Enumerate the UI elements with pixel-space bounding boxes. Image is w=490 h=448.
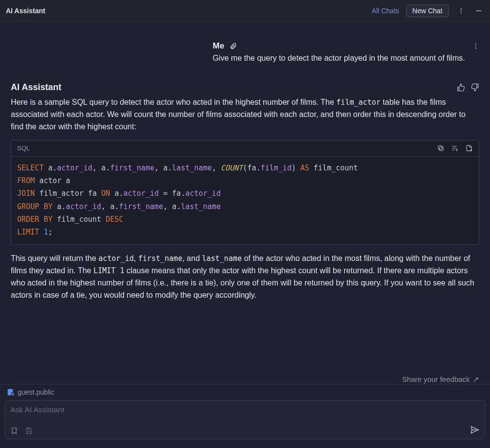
attachment-icon[interactable] [229, 42, 237, 50]
new-chat-button[interactable]: New Chat [406, 4, 449, 17]
svg-rect-10 [27, 428, 30, 429]
user-name: Me [213, 41, 224, 51]
svg-point-5 [475, 46, 476, 47]
svg-point-2 [461, 12, 462, 13]
input-area: Ask AI Assistant [0, 400, 490, 444]
code-content[interactable]: SELECT a.actor_id, a.first_name, a.last_… [11, 157, 479, 245]
svg-point-1 [461, 10, 462, 11]
assistant-outro-text: This query will return the actor_id, fir… [11, 254, 474, 299]
thumbs-up-icon[interactable] [457, 83, 465, 92]
user-message: Me Give me the query to detect the actor… [0, 22, 490, 72]
message-more-icon[interactable] [472, 43, 479, 49]
all-chats-link[interactable]: All Chats [372, 7, 399, 15]
svg-point-6 [475, 47, 476, 48]
assistant-intro-text: Here is a sample SQL query to detect the… [11, 98, 466, 131]
copy-code-icon[interactable] [437, 144, 444, 152]
user-message-text: Give me the query to detect the actor pl… [213, 51, 479, 64]
send-icon[interactable] [470, 425, 480, 435]
titlebar: AI Assistant All Chats New Chat [0, 0, 490, 22]
bookmark-icon[interactable] [10, 427, 18, 435]
svg-rect-11 [27, 431, 30, 434]
prompt-input[interactable]: Ask AI Assistant [5, 400, 485, 439]
panel-title: AI Assistant [6, 7, 45, 15]
context-bar: guest.public [0, 384, 490, 400]
thumbs-down-icon[interactable] [471, 83, 479, 92]
more-options-icon[interactable] [456, 5, 466, 16]
prompt-placeholder: Ask AI Assistant [10, 405, 64, 414]
context-label[interactable]: guest.public [18, 388, 54, 396]
svg-rect-8 [439, 146, 442, 150]
svg-rect-7 [440, 147, 443, 151]
database-icon [7, 388, 15, 396]
minimize-icon[interactable] [473, 5, 484, 16]
svg-point-0 [461, 8, 462, 9]
assistant-message: AI Assistant Here is a sample SQL query … [0, 72, 490, 306]
assistant-name: AI Assistant [11, 82, 61, 93]
svg-rect-3 [476, 10, 482, 11]
save-icon[interactable] [25, 427, 33, 435]
insert-code-icon[interactable] [451, 144, 459, 152]
chat-scroll-area[interactable]: Me Give me the query to detect the actor… [0, 22, 490, 384]
create-file-icon[interactable] [466, 144, 473, 152]
share-feedback-link[interactable]: Share your feedback ↗ [0, 375, 490, 384]
code-language-label: SQL [17, 143, 30, 153]
code-block: SQL SELECT a.actor_id, a.first_name, a.l… [11, 140, 479, 245]
svg-point-4 [475, 44, 476, 45]
